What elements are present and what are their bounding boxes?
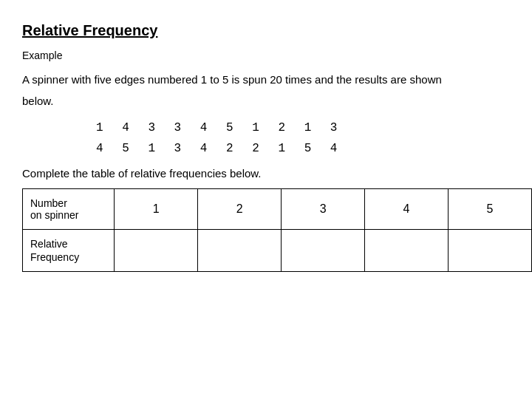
col-5-header: 5 [448,189,531,230]
relative-freq-label-cell: RelativeFrequency [23,230,115,272]
col-2-header: 2 [198,189,282,230]
freq-val-2 [198,230,282,272]
frequency-table: Numberon spinner 1 2 3 4 5 RelativeFrequ… [22,188,532,272]
col-1-header: 1 [115,189,198,230]
relative-freq-row: RelativeFrequency [23,230,532,272]
description-line2: below. [22,93,510,110]
complete-text: Complete the table of relative frequenci… [22,167,510,180]
page-container: Relative Frequency Example A spinner wit… [0,0,532,399]
page-title: Relative Frequency [22,22,510,39]
header-label: Numberon spinner [30,197,78,221]
table-header-row: Numberon spinner 1 2 3 4 5 [23,189,532,230]
freq-val-5 [448,230,531,272]
spinner-row1: 1 4 3 3 4 5 1 2 1 3 [96,121,510,134]
col-4-header: 4 [365,189,449,230]
description-line1: A spinner with five edges numbered 1 to … [22,72,510,89]
freq-val-1 [115,230,198,272]
freq-val-3 [282,230,365,272]
freq-val-4 [365,230,449,272]
col-3-header: 3 [282,189,365,230]
example-label: Example [22,50,510,61]
header-label-cell: Numberon spinner [23,189,115,230]
relative-freq-label: RelativeFrequency [30,238,79,263]
spinner-row2: 4 5 1 3 4 2 2 1 5 4 [96,142,510,155]
